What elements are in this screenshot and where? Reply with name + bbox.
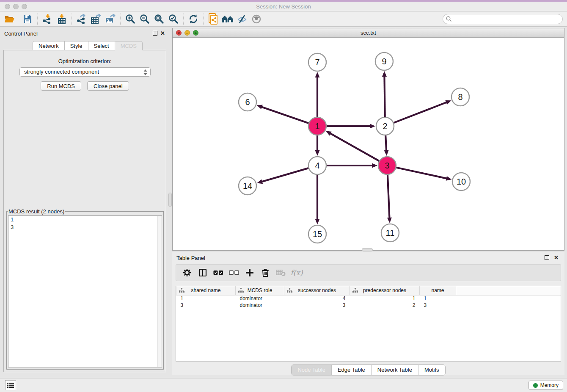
new-network-icon[interactable] xyxy=(206,13,220,25)
graph-node-2[interactable]: 2 xyxy=(376,117,394,135)
export-image-icon[interactable] xyxy=(103,13,118,25)
criterion-dropdown[interactable]: strongly connected component xyxy=(19,67,151,77)
zoom-in-icon[interactable] xyxy=(123,13,138,25)
tab-select[interactable]: Select xyxy=(88,41,115,50)
tab-mcds[interactable]: MCDS xyxy=(115,41,143,50)
graph-node-1[interactable]: 1 xyxy=(308,117,326,135)
column-header-successor-nodes[interactable]: successor nodes xyxy=(284,286,350,295)
graph-edge-2-8[interactable] xyxy=(394,100,451,123)
tab-motifs[interactable]: Motifs xyxy=(418,365,445,375)
graph-edge-3-10[interactable] xyxy=(396,167,452,180)
column-header-MCDS-role[interactable]: MCDS role xyxy=(236,286,284,295)
add-column-icon[interactable] xyxy=(244,267,256,278)
refresh-icon[interactable] xyxy=(186,13,201,25)
zoom-fit-icon[interactable] xyxy=(152,13,166,25)
table-cell[interactable]: dominator xyxy=(236,295,284,302)
table-cell[interactable]: 3 xyxy=(176,302,236,309)
graph-node-9[interactable]: 9 xyxy=(375,52,393,70)
control-panel-close-icon[interactable]: ✕ xyxy=(160,30,165,36)
tab-node-table[interactable]: Node Table xyxy=(292,365,332,375)
network-view-titlebar[interactable]: × − + scc.txt xyxy=(173,28,564,38)
search-input[interactable] xyxy=(443,14,563,24)
table-row[interactable]: 3dominator323 xyxy=(176,302,561,309)
graph-node-15[interactable]: 15 xyxy=(308,225,326,243)
network-view-title: scc.txt xyxy=(173,30,564,36)
export-table-icon[interactable] xyxy=(89,13,103,25)
graph-node-8[interactable]: 8 xyxy=(451,88,469,106)
table-panel-close-icon[interactable]: ✕ xyxy=(554,255,559,260)
table-panel-float-icon[interactable] xyxy=(545,255,549,260)
tab-network[interactable]: Network xyxy=(33,41,64,50)
horizontal-splitter-grip[interactable] xyxy=(362,248,373,251)
birdseye-icon[interactable] xyxy=(249,13,264,25)
graph-edge-4-14[interactable] xyxy=(257,168,309,184)
mcds-result-title: MCDS result (2 nodes) xyxy=(8,208,65,215)
table-cell[interactable]: 1 xyxy=(350,295,420,302)
home-icon[interactable] xyxy=(220,13,235,25)
table-settings-icon[interactable] xyxy=(181,267,193,278)
graph-edge-1-7[interactable] xyxy=(315,72,320,117)
graph-edge-4-15[interactable] xyxy=(315,174,320,224)
memory-button-label: Memory xyxy=(540,382,559,388)
show-panels-button[interactable] xyxy=(5,380,16,390)
column-header-predecessor-nodes[interactable]: predecessor nodes xyxy=(350,286,420,295)
toolbar-separator xyxy=(72,14,72,25)
table-cell[interactable]: 1 xyxy=(420,295,456,302)
hierarchy-icon xyxy=(352,288,358,294)
open-file-icon[interactable] xyxy=(3,13,17,25)
tab-style[interactable]: Style xyxy=(64,41,88,50)
svg-text:3: 3 xyxy=(385,161,389,170)
table-cell[interactable]: 3 xyxy=(284,302,350,309)
graph-node-14[interactable]: 14 xyxy=(239,177,256,195)
graph-node-7[interactable]: 7 xyxy=(308,53,326,71)
mcds-result-list[interactable]: 13 xyxy=(8,215,162,367)
control-panel-title: Control Panel xyxy=(4,30,38,37)
import-network-icon[interactable] xyxy=(40,13,55,25)
export-network-icon[interactable] xyxy=(74,13,89,25)
table-cell[interactable]: 2 xyxy=(350,302,420,309)
vertical-splitter-grip[interactable] xyxy=(168,193,172,207)
import-table-icon[interactable] xyxy=(55,13,69,25)
graph-node-3[interactable]: 3 xyxy=(378,157,396,174)
column-header-name[interactable]: name xyxy=(420,286,456,295)
table-row[interactable]: 1dominator411 xyxy=(176,295,561,302)
column-header-shared-name[interactable]: shared name xyxy=(176,286,236,295)
select-all-icon[interactable] xyxy=(212,267,224,278)
table-cell[interactable]: 3 xyxy=(420,302,456,309)
save-session-icon[interactable] xyxy=(20,13,35,25)
graph-edge-3-1[interactable] xyxy=(326,131,380,161)
table-cell[interactable]: 4 xyxy=(284,295,350,302)
graph-edge-2-9[interactable] xyxy=(382,71,387,117)
graph-edge-4-3[interactable] xyxy=(326,163,377,168)
graph-edge-2-3[interactable] xyxy=(384,135,389,156)
delete-column-icon[interactable] xyxy=(259,267,271,278)
window-accent-strip xyxy=(0,0,567,2)
search-icon xyxy=(446,16,452,24)
graph-node-6[interactable]: 6 xyxy=(239,93,256,111)
tab-edge-table[interactable]: Edge Table xyxy=(332,365,372,375)
close-panel-button[interactable]: Close panel xyxy=(87,81,129,91)
zoom-selected-icon[interactable] xyxy=(166,13,181,25)
mcds-result-group: MCDS result (2 nodes) 13 xyxy=(6,208,164,370)
zoom-out-icon[interactable] xyxy=(138,13,152,25)
graph-node-10[interactable]: 10 xyxy=(452,173,470,190)
table-cell[interactable]: 1 xyxy=(176,295,236,302)
graph-edge-3-11[interactable] xyxy=(387,174,392,223)
hide-network-icon[interactable] xyxy=(235,13,249,25)
deselect-all-icon[interactable] xyxy=(228,267,240,278)
table-cell[interactable]: dominator xyxy=(236,302,284,309)
show-columns-icon[interactable] xyxy=(197,267,209,278)
delete-table-icon[interactable] xyxy=(275,267,287,278)
network-canvas[interactable]: 7968124314101511 xyxy=(173,38,564,250)
memory-button[interactable]: Memory xyxy=(528,381,563,390)
function-builder-icon[interactable]: f(x) xyxy=(291,267,303,278)
graph-edge-1-6[interactable] xyxy=(257,105,309,124)
result-scrollbar[interactable] xyxy=(157,216,162,367)
control-panel-float-icon[interactable] xyxy=(153,31,157,36)
run-mcds-button[interactable]: Run MCDS xyxy=(41,81,81,91)
graph-edge-1-4[interactable] xyxy=(315,135,320,156)
graph-node-4[interactable]: 4 xyxy=(308,157,326,174)
graph-edge-1-2[interactable] xyxy=(326,124,375,129)
graph-node-11[interactable]: 11 xyxy=(381,224,399,242)
tab-network-table[interactable]: Network Table xyxy=(372,365,418,375)
